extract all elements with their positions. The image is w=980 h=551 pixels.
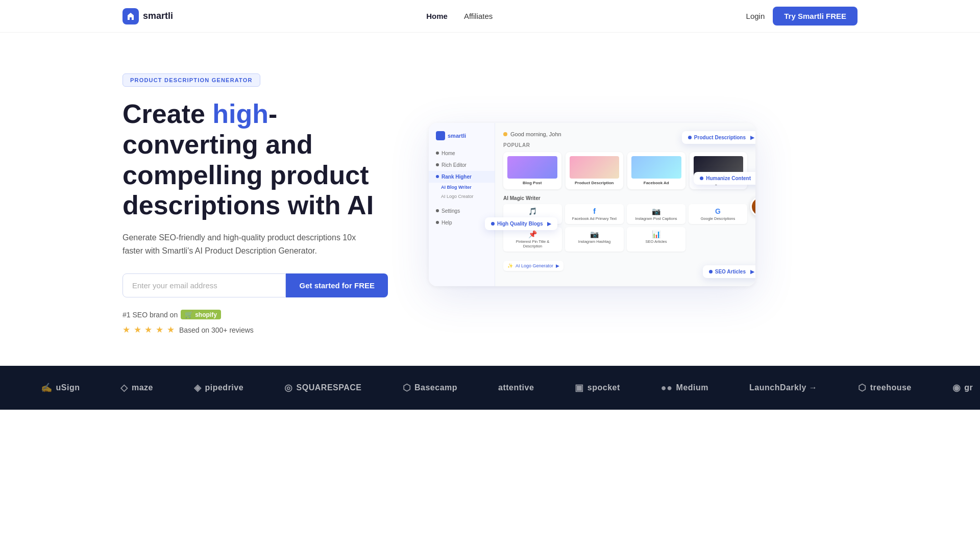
sidebar-item-home[interactable]: Home [429,147,495,159]
reviews-label: Based on 300+ reviews [179,326,254,334]
ai-pinterest[interactable]: 📌 Pinterest Pin Title & Description [503,227,562,252]
brands-inner: ✍ uSign ◇ maze ◈ pipedrive ◎ SQUARESPACE… [0,382,980,393]
greeting-text: Good morning, John [510,131,561,137]
nav-affiliates[interactable]: Affiliates [464,12,493,20]
sidebar-logo-text: smartli [448,133,466,139]
instagram-icon: 📷 [629,207,683,215]
ai-seo[interactable]: 📊 SEO Articles [627,227,685,252]
card-blog[interactable]: Blog Post [503,152,561,189]
spocket-icon: ▣ [575,382,584,393]
squarespace-icon: ◎ [284,382,293,393]
ai-logo-generator[interactable]: ✨ AI Logo Generator ▶ [503,261,564,271]
humanize-dot [700,177,703,180]
get-started-button[interactable]: Get started for FREE [286,273,388,297]
ai-ig-hashtag[interactable]: 📷 Instagram Hashtag [565,227,624,252]
card-facebook[interactable]: Facebook Ad [627,152,685,189]
ai-tool-label: SEO Articles [629,239,683,244]
seo-dot [709,270,713,273]
ai-logo-label: AI Logo Generator [516,263,553,268]
ai-instagram[interactable]: 📷 Instagram Post Captions [627,204,685,224]
product-desc-dot [688,136,692,139]
sidebar-dot [436,221,439,224]
sidebar-sub-label: AI Blog Writer [441,185,472,190]
medium-icon: ●● [661,383,673,393]
float-arrow3: ▶ [547,221,551,227]
ai-tool-label: Google Descriptions [691,216,745,221]
ai-facebook[interactable]: f Facebook Ad Primary Text [565,204,624,224]
brand-label: LaunchDarkly → [749,383,817,392]
brand-label: pipedrive [205,383,243,392]
float-product-desc: Product Descriptions ▶ [682,131,755,144]
app-mockup: smartli Home Rich Editor Rank Higher [429,123,755,286]
login-button[interactable]: Login [746,12,765,20]
seo-icon: 📊 [629,230,683,238]
shopify-icon: 🛒 [185,311,193,318]
ai-tool-label: Facebook Ad Primary Text [568,216,621,221]
sidebar-item-label: Home [442,151,455,156]
shopify-prefix: #1 SEO brand on [122,311,178,319]
sidebar-item-rank[interactable]: Rank Higher [429,171,495,183]
mockup-inner: smartli Home Rich Editor Rank Higher [429,123,755,286]
sidebar-item-settings[interactable]: Settings [429,205,495,217]
try-free-button[interactable]: Try Smartli FREE [773,7,857,26]
float-seo: SEO Articles ▶ [703,265,755,278]
star-rating: ★ ★ ★ ★ ★ [122,324,175,335]
gr-icon: ◉ [952,382,961,393]
float-humanize: Humanize Content ▶ [694,172,755,185]
card-label: Product Description [570,181,620,185]
sidebar-sub-logo[interactable]: AI Logo Creator [429,192,495,201]
pipedrive-icon: ◈ [194,382,202,393]
brand-label: Basecamp [414,383,457,392]
sidebar-item-editor[interactable]: Rich Editor [429,159,495,171]
hero-title: Create high-converting and compelling pr… [122,99,388,221]
hero-subtitle: Generate SEO-friendly and high-quality p… [122,231,357,257]
card-label: Blog Post [507,181,557,185]
facebook-icon: f [568,207,621,215]
hero-form: Get started for FREE [122,273,388,297]
pinterest-icon: 📌 [506,230,559,238]
sidebar-sub-blog[interactable]: AI Blog Writer [429,183,495,192]
ai-tool-label: Pinterest Pin Title & Description [506,239,559,248]
brand-basecamp: ⬡ Basecamp [403,382,458,393]
hero-badge: PRODUCT DESCRIPTION GENERATOR [122,73,260,87]
card-product[interactable]: Product Description [566,152,624,189]
sidebar-item-label: Rich Editor [442,162,467,168]
nav-home[interactable]: Home [426,12,448,20]
mockup-sidebar: smartli Home Rich Editor Rank Higher [429,123,495,286]
ai-writer-label: AI Magic Writer [503,195,747,201]
card-img-product [570,156,620,179]
tiktok-icon: 🎵 [506,207,559,215]
brand-label: spocket [587,383,620,392]
reviews-row: ★ ★ ★ ★ ★ Based on 300+ reviews [122,324,388,335]
hero-section: PRODUCT DESCRIPTION GENERATOR Create hig… [0,33,980,366]
brand-usign: ✍ uSign [41,382,80,393]
brand-label: maze [132,383,153,392]
treehouse-icon: ⬡ [858,382,867,393]
brand-label: uSign [56,383,80,392]
ig-hashtag-icon: 📷 [568,230,621,238]
google-icon: G [691,207,745,215]
card-label: Facebook Ad [631,181,681,185]
sidebar-dot [436,163,439,166]
float-arrow: ▶ [750,135,754,140]
logo[interactable]: smartli [122,8,173,24]
ai-logo-icon: ✨ [507,263,513,268]
email-input[interactable] [122,273,286,297]
hero-left: PRODUCT DESCRIPTION GENERATOR Create hig… [122,73,388,335]
title-plain: Create [122,99,212,129]
brand-launchdarkly: LaunchDarkly → [749,383,817,392]
basecamp-icon: ⬡ [403,382,411,393]
card-img-blog [507,156,557,179]
float-high-blogs-label: High Quality Blogs [497,221,543,227]
ai-google[interactable]: G Google Descriptions [689,204,747,224]
navbar: smartli Home Affiliates Login Try Smartl… [0,0,980,33]
brand-label: treehouse [870,383,912,392]
ai-tool-label: Instagram Post Captions [629,216,683,221]
sidebar-dot [436,175,439,178]
brand-maze: ◇ maze [120,382,153,393]
greeting-dot [503,132,507,136]
sidebar-dot [436,152,439,155]
float-high-blogs: High Quality Blogs ▶ [485,217,557,230]
brand-medium: ●● Medium [661,383,708,393]
brand-pipedrive: ◈ pipedrive [194,382,243,393]
